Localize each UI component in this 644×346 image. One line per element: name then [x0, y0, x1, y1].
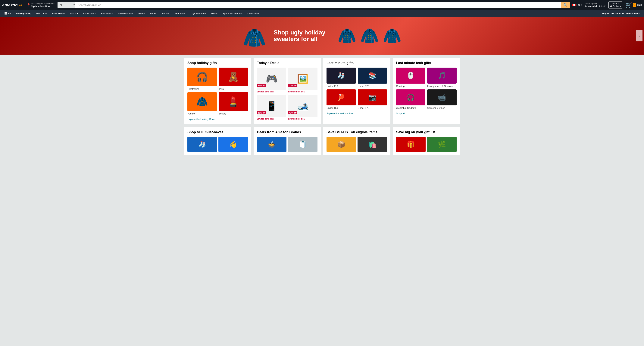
fashion-gift-item[interactable]: 🧥 Fashion	[188, 92, 217, 115]
gift-under-75[interactable]: 📷 Under $75	[358, 89, 387, 109]
logo-smile-icon: 〜〜〜〜〜	[18, 6, 25, 8]
deal-badge-1: 15% off	[257, 84, 266, 87]
gift-under-50-image: 🏓	[326, 89, 356, 105]
nav-all-label: All	[8, 12, 11, 15]
nav-item-best-sellers[interactable]: Best Sellers	[50, 10, 67, 17]
banner-next-button[interactable]: ›	[636, 30, 642, 41]
amazon-brands-title: Deals from Amazon Brands	[257, 130, 318, 134]
gift-under-50-label: Under $50	[326, 107, 356, 109]
explore-holiday-shop-link[interactable]: Explore the Holiday Shop	[188, 118, 248, 120]
nav-item-electronics[interactable]: Electronics	[99, 10, 115, 17]
gift-under-25-image: 📚	[358, 68, 387, 84]
electronics-gift-image: 🎧	[188, 68, 217, 86]
holiday-gifts-card: Shop holiday gifts 🎧 Electronics 🧸 Toys …	[184, 58, 251, 124]
wearable-tech-item[interactable]: 🎧 Wearable Gadgets	[396, 89, 426, 109]
header-right-section: 🇨🇦 EN ▾ Hello, sign in Account & Lists ▾…	[572, 2, 642, 9]
banner-headline: Shop ugly holiday sweaters for all	[274, 29, 330, 42]
gift-under-75-label: Under $75	[358, 107, 387, 109]
search-input[interactable]	[76, 2, 561, 8]
camera-tech-image: 📹	[427, 89, 456, 105]
sweater-green-icon: 🧥	[383, 27, 402, 45]
nav-item-gift-cards[interactable]: Gift Cards	[34, 10, 50, 17]
returns-orders-button[interactable]: Returns & Orders	[608, 2, 622, 9]
navigation-bar: ☰ All Holiday Shop Gift Cards Best Selle…	[0, 10, 644, 17]
todays-deals-title: Today's Deals	[257, 61, 318, 65]
cart-count-badge: 0	[633, 3, 636, 7]
headphones-tech-label: Headphones & Speakers	[427, 85, 456, 88]
nav-item-computers[interactable]: Computers	[245, 10, 262, 17]
account-lists-label: Account & Lists ▾	[585, 5, 606, 8]
nav-item-holiday-shop[interactable]: Holiday Shop	[14, 10, 33, 17]
gst-save-card: Save GST/HST on eligible items 📦 🛍️	[323, 127, 390, 155]
account-greeting: Hello, sign in	[585, 3, 606, 5]
nav-item-gift-ideas[interactable]: Gift Ideas	[173, 10, 188, 17]
gst-save-images: 📦 🛍️	[326, 137, 387, 152]
gift-under-25[interactable]: 📚 Under $25	[358, 68, 387, 88]
banner-text-block: Shop ugly holiday sweaters for all	[274, 29, 330, 42]
account-menu[interactable]: Hello, sign in Account & Lists ▾	[585, 3, 606, 8]
gaming-tech-item[interactable]: 🖱️ Gaming	[396, 68, 426, 88]
cart-button[interactable]: 🛒 0 Cart	[626, 2, 642, 8]
gift-under-10[interactable]: 🧦 Under $10	[326, 68, 356, 88]
gift-under-50[interactable]: 🏓 Under $50	[326, 89, 356, 109]
gst-save-image-1[interactable]: 📦	[326, 137, 356, 152]
sweater-pink-icon: 🧥	[360, 27, 379, 45]
deal-badge-3: 11% off	[257, 111, 266, 114]
nav-item-prime[interactable]: Prime ▾	[68, 10, 80, 17]
shop-all-tech-link[interactable]: Shop all	[396, 112, 456, 115]
gst-save-title: Save GST/HST on eligible items	[326, 130, 387, 134]
nav-item-music[interactable]: Music	[209, 10, 220, 17]
nav-item-fashion[interactable]: Fashion	[160, 10, 172, 17]
nav-item-deals-store[interactable]: Deals Store	[81, 10, 98, 17]
camera-tech-item[interactable]: 📹 Camera & Video	[427, 89, 456, 109]
gift-list-image-1[interactable]: 🎁	[396, 137, 426, 152]
hero-banner: ‹ 🧥 Shop ugly holiday sweaters for all 🧥…	[0, 17, 644, 55]
amazon-logo[interactable]: amazon.ca 〜〜〜〜〜	[2, 2, 25, 8]
nav-item-sports-outdoors[interactable]: Sports & Outdoors	[220, 10, 245, 17]
nhl-image-1[interactable]: 🧦	[188, 137, 217, 152]
nav-item-books[interactable]: Books	[148, 10, 159, 17]
language-selector[interactable]: 🇨🇦 EN ▾	[572, 3, 582, 7]
language-label: EN	[576, 4, 580, 7]
nav-item-home[interactable]: Home	[136, 10, 147, 17]
deal-item-3[interactable]: 📱 11% off Limited-time deal	[257, 95, 286, 120]
nhl-image-2[interactable]: 👋	[218, 137, 248, 152]
amazon-brands-card: Deals from Amazon Brands 🍲 🧻	[254, 127, 321, 155]
hamburger-icon: ☰	[4, 12, 7, 15]
location-selector[interactable]: 📍 Delivering to Hamilton L8L Update loca…	[27, 3, 56, 8]
beauty-gift-label: Beauty	[218, 112, 248, 115]
banner-sweaters-group: 🧥 🧥 🧥	[338, 27, 402, 45]
deal-item-1[interactable]: 🎮 15% off Limited-time deal	[257, 68, 286, 93]
main-cards-grid: Shop holiday gifts 🎧 Electronics 🧸 Toys …	[181, 55, 463, 127]
camera-tech-label: Camera & Video	[427, 107, 456, 109]
last-minute-gifts-card: Last minute gifts 🧦 Under $10 📚 Under $2…	[323, 58, 390, 124]
nav-item-toys-games[interactable]: Toys & Games	[188, 10, 208, 17]
toys-gift-item[interactable]: 🧸 Toys	[218, 68, 248, 90]
amazon-brands-image-2[interactable]: 🧻	[288, 137, 318, 152]
gst-save-image-2[interactable]: 🛍️	[358, 137, 387, 152]
sweater-left-icon: 🧥	[243, 27, 266, 49]
nav-item-all[interactable]: ☰ All	[2, 10, 13, 17]
gift-under-75-image: 📷	[358, 89, 387, 105]
todays-deals-card: Today's Deals 🎮 15% off Limited-time dea…	[254, 58, 321, 124]
wearable-tech-image: 🎧	[396, 89, 426, 105]
headphones-tech-item[interactable]: 🎵 Headphones & Speakers	[427, 68, 456, 88]
nav-item-new-releases[interactable]: New Releases	[116, 10, 136, 17]
search-category-select[interactable]: All Electronics Books Clothing	[58, 2, 76, 8]
gift-list-title: Save big on your gift list	[396, 130, 456, 134]
banner-background: 🧥 Shop ugly holiday sweaters for all 🧥 🧥…	[0, 17, 644, 55]
logo-amazon-text: amazon	[2, 3, 18, 8]
search-button[interactable]: 🔍	[561, 2, 570, 8]
electronics-gift-item[interactable]: 🎧 Electronics	[188, 68, 217, 90]
beauty-gift-item[interactable]: 💄 Beauty	[218, 92, 248, 115]
update-location-link[interactable]: Update location	[32, 5, 56, 8]
holiday-gifts-grid: 🎧 Electronics 🧸 Toys 🧥 Fashion 💄 Beauty	[188, 68, 248, 115]
gift-list-image-2[interactable]: 🌿	[427, 137, 456, 152]
explore-holiday-shop-link-2[interactable]: Explore the Holiday Shop	[326, 112, 387, 115]
deal-item-4[interactable]: 🎿 41% off Limited-time deal	[288, 95, 318, 120]
nhl-images: 🧦 👋	[188, 137, 248, 152]
holiday-gifts-title: Shop holiday gifts	[188, 61, 248, 65]
deal-item-2[interactable]: 🖼️ 27% off Limited-time deal	[288, 68, 318, 93]
gift-under-25-label: Under $25	[358, 85, 387, 88]
amazon-brands-image-1[interactable]: 🍲	[257, 137, 286, 152]
